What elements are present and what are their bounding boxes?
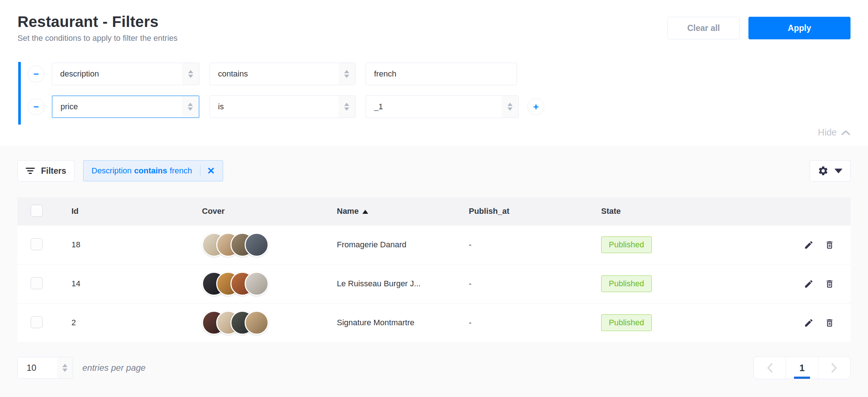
- hide-label: Hide: [818, 127, 837, 138]
- cell-id: 14: [71, 279, 202, 288]
- pencil-icon: [804, 279, 814, 289]
- chevron-up-icon: [841, 130, 851, 135]
- filter-value-number-input[interactable]: _1: [366, 95, 519, 118]
- entries-per-page-select[interactable]: 10: [17, 357, 73, 379]
- table-settings-button[interactable]: [810, 160, 851, 181]
- pagination: 1: [754, 357, 851, 379]
- column-header-name-label: Name: [337, 207, 359, 216]
- filter-panel-accent-bar: [18, 62, 21, 125]
- filter-operator-select[interactable]: is: [210, 95, 355, 118]
- column-header-name[interactable]: Name: [337, 207, 469, 216]
- cell-name: Signature Montmartre: [337, 318, 469, 327]
- cover-image: [245, 233, 269, 257]
- entries-table: Id Cover Name Publish_at State 18 Fromag…: [17, 197, 851, 342]
- select-stepper-icon: [182, 63, 199, 85]
- active-page-indicator: [794, 377, 810, 379]
- list-view-section: Filters Description contains french ✕ Id…: [0, 146, 868, 397]
- filter-field-value: description: [52, 69, 182, 79]
- tag-value: french: [170, 166, 192, 176]
- column-header-id[interactable]: Id: [71, 207, 202, 216]
- apply-button[interactable]: Apply: [748, 17, 851, 39]
- table-header-row: Id Cover Name Publish_at State: [17, 197, 851, 225]
- active-filter-tag: Description contains french ✕: [83, 160, 223, 181]
- cover-image: [245, 311, 269, 335]
- clear-all-button[interactable]: Clear all: [667, 17, 740, 39]
- filter-conditions-panel: − description contains − price is: [18, 63, 851, 118]
- add-filter-button[interactable]: +: [528, 98, 544, 115]
- current-page-number: 1: [799, 362, 805, 374]
- hide-filters-link[interactable]: Hide: [818, 127, 851, 138]
- select-stepper-icon: [57, 357, 73, 378]
- cell-publish-at: -: [469, 279, 601, 288]
- filter-operator-value: is: [210, 102, 338, 111]
- remove-tag-close-icon[interactable]: ✕: [207, 166, 215, 176]
- cell-publish-at: -: [469, 318, 601, 327]
- cover-images: [202, 233, 337, 257]
- edit-button[interactable]: [804, 279, 814, 289]
- table-row[interactable]: 18 Fromagerie Danard - Published: [17, 225, 851, 264]
- trash-icon: [825, 318, 834, 328]
- tag-operator: contains: [134, 166, 167, 176]
- cell-id: 2: [71, 318, 202, 327]
- row-checkbox[interactable]: [31, 238, 43, 250]
- filter-operator-select[interactable]: contains: [210, 63, 355, 85]
- tag-field: Description: [92, 166, 132, 176]
- table-footer: 10 entries per page 1: [17, 357, 851, 379]
- page-number-button[interactable]: 1: [786, 357, 818, 379]
- next-page-button[interactable]: [818, 357, 850, 379]
- select-all-checkbox[interactable]: [31, 205, 43, 217]
- select-stepper-icon: [338, 96, 355, 118]
- filter-value-input[interactable]: [366, 63, 517, 85]
- filter-operator-value: contains: [210, 69, 338, 79]
- remove-filter-button[interactable]: −: [28, 98, 44, 115]
- filter-field-select[interactable]: description: [52, 63, 199, 85]
- edit-button[interactable]: [804, 318, 814, 328]
- pencil-icon: [804, 240, 814, 250]
- number-stepper-icon: [502, 96, 518, 118]
- remove-filter-button[interactable]: −: [28, 66, 44, 82]
- filter-row-1: − description contains: [28, 63, 851, 85]
- delete-button[interactable]: [825, 318, 834, 328]
- filters-button[interactable]: Filters: [17, 160, 74, 181]
- table-row[interactable]: 2 Signature Montmartre - Published: [17, 303, 851, 342]
- row-checkbox[interactable]: [31, 277, 43, 289]
- trash-icon: [825, 279, 834, 289]
- column-header-state[interactable]: State: [601, 207, 802, 216]
- pencil-icon: [804, 318, 814, 328]
- entries-per-page-label: entries per page: [82, 363, 145, 373]
- status-badge: Published: [601, 236, 652, 253]
- filters-button-label: Filters: [41, 166, 66, 176]
- cover-image: [245, 272, 269, 296]
- filter-number-value: _1: [366, 102, 502, 111]
- minus-icon: −: [33, 102, 39, 111]
- row-checkbox[interactable]: [31, 316, 43, 328]
- chevron-down-icon: [834, 169, 842, 173]
- column-header-publish-at[interactable]: Publish_at: [469, 207, 601, 216]
- cell-name: Fromagerie Danard: [337, 240, 469, 249]
- entries-per-page-value: 10: [18, 363, 57, 373]
- edit-button[interactable]: [804, 240, 814, 250]
- previous-page-button[interactable]: [754, 357, 786, 379]
- filter-icon: [26, 167, 35, 175]
- chevron-right-icon: [831, 363, 837, 373]
- filter-field-select-focused[interactable]: price: [52, 95, 199, 118]
- gear-icon: [818, 165, 829, 176]
- sort-ascending-icon: [362, 210, 368, 214]
- column-header-cover[interactable]: Cover: [202, 207, 337, 216]
- table-row[interactable]: 14 Le Ruisseau Burger J... - Published: [17, 264, 851, 303]
- header-actions: Clear all Apply: [667, 17, 851, 39]
- cell-id: 18: [71, 240, 202, 249]
- chevron-left-icon: [767, 363, 773, 373]
- cover-images: [202, 311, 337, 335]
- select-stepper-icon: [182, 96, 199, 117]
- minus-icon: −: [33, 69, 39, 79]
- delete-button[interactable]: [825, 279, 834, 289]
- filter-row-2: − price is _1 +: [28, 95, 851, 118]
- status-badge: Published: [601, 314, 652, 331]
- tag-divider: [200, 165, 201, 176]
- cover-images: [202, 272, 337, 296]
- trash-icon: [825, 240, 834, 250]
- cell-publish-at: -: [469, 240, 601, 249]
- status-badge: Published: [601, 275, 652, 292]
- delete-button[interactable]: [825, 240, 834, 250]
